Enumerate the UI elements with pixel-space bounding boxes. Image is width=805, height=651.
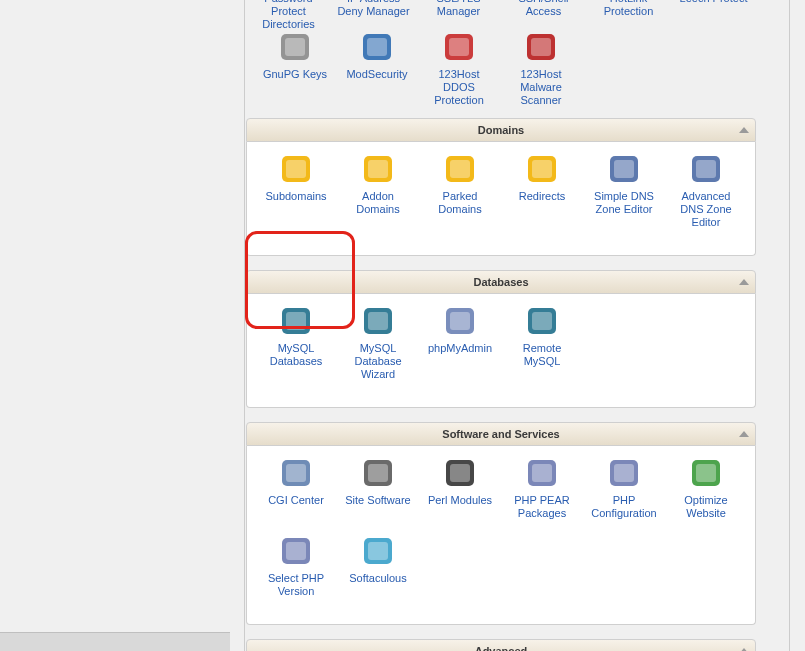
item-softaculous[interactable]: Softaculous [337,534,419,598]
mysql-icon [276,304,316,338]
item-label: PHPConfiguration [591,494,656,520]
php-icon [276,534,316,568]
item-label: 123HostMalwareScanner [520,68,562,107]
item-advanced-dns-zone-editor[interactable]: AdvancedDNS ZoneEditor [665,152,747,229]
section-title: Advanced [475,645,528,651]
item-label: GnuPG Keys [263,68,327,81]
section-domains: DomainsSubdomainsAddonDomainsParkedDomai… [246,118,756,256]
section-header-databases[interactable]: Databases [246,270,756,294]
simple-dns-icon [604,152,644,186]
item-label: RemoteMySQL [523,342,562,368]
svg-rect-9 [286,160,306,178]
svg-rect-5 [449,38,469,56]
phpmyadmin-icon [440,304,480,338]
item-ssh-shell-access[interactable]: SSH/ShellAccess [501,0,586,31]
item-site-software[interactable]: Site Software [337,456,419,520]
item-label: SSH/ShellAccess [501,0,586,18]
mysql-wizard-icon [358,304,398,338]
item-label: phpMyAdmin [428,342,492,355]
section-body-software: CGI CenterSite SoftwarePerl ModulesPHP P… [246,446,756,625]
section-title: Databases [473,276,528,288]
item-addon-domains[interactable]: AddonDomains [337,152,419,229]
perl-icon [440,456,480,490]
softaculous-icon [358,534,398,568]
item-subdomains[interactable]: Subdomains [255,152,337,229]
item-php-configuration[interactable]: PHPConfiguration [583,456,665,520]
item-phpmyadmin[interactable]: phpMyAdmin [419,304,501,381]
svg-rect-35 [532,464,552,482]
item-label: IP AddressDeny Manager [331,0,416,18]
item-label: MySQLDatabases [270,342,323,368]
item-cgi-center[interactable]: CGI Center [255,456,337,520]
svg-rect-43 [368,542,388,560]
item-leech-protect[interactable]: Leech Protect [671,0,756,31]
item-label: PasswordProtectDirectories [246,0,331,31]
section-body-domains: SubdomainsAddonDomainsParkedDomainsRedir… [246,142,756,256]
item-parked-domains[interactable]: ParkedDomains [419,152,501,229]
item-label: ParkedDomains [438,190,481,216]
svg-rect-17 [614,160,634,178]
svg-rect-23 [368,312,388,330]
remote-mysql-icon [522,304,562,338]
section-header-domains[interactable]: Domains [246,118,756,142]
svg-rect-15 [532,160,552,178]
php-config-icon [604,456,644,490]
item-simple-dns-zone-editor[interactable]: Simple DNSZone Editor [583,152,665,229]
item-mysql-database-wizard[interactable]: MySQLDatabaseWizard [337,304,419,381]
svg-rect-11 [368,160,388,178]
item-label: 123HostDDOSProtection [434,68,484,107]
section-software: Software and ServicesCGI CenterSite Soft… [246,422,756,625]
item-123host-ddos-protection[interactable]: 123HostDDOSProtection [418,30,500,107]
item-label: Simple DNSZone Editor [594,190,654,216]
optimize-icon [686,456,726,490]
security-row-extra: GnuPG KeysModSecurity123HostDDOSProtecti… [254,30,582,121]
item-label: Leech Protect [671,0,756,5]
item-123host-malware-scanner[interactable]: 123HostMalwareScanner [500,30,582,107]
item-remote-mysql[interactable]: RemoteMySQL [501,304,583,381]
subdomains-icon [276,152,316,186]
svg-rect-7 [531,38,551,56]
svg-rect-29 [286,464,306,482]
globe-shield-icon [357,30,397,64]
security-row-partial: PasswordProtectDirectoriesIP AddressDeny… [246,0,770,31]
parked-domains-icon [440,152,480,186]
section-body-databases: MySQLDatabasesMySQLDatabaseWizardphpMyAd… [246,294,756,408]
item-ssl-tls-manager[interactable]: SSL/TLSManager [416,0,501,31]
section-header-software[interactable]: Software and Services [246,422,756,446]
site-software-icon [358,456,398,490]
item-php-pear-packages[interactable]: PHP PEARPackages [501,456,583,520]
item-hotlink-protection[interactable]: HotLinkProtection [586,0,671,31]
cgi-icon [276,456,316,490]
item-ip-address-deny-manager[interactable]: IP AddressDeny Manager [331,0,416,31]
item-label: ModSecurity [346,68,407,81]
item-password-protect-directories[interactable]: PasswordProtectDirectories [246,0,331,31]
advanced-dns-icon [686,152,726,186]
collapse-icon[interactable] [739,431,749,437]
item-label: Site Software [345,494,410,507]
item-label: AdvancedDNS ZoneEditor [680,190,731,229]
item-modsecurity[interactable]: ModSecurity [336,30,418,107]
svg-rect-33 [450,464,470,482]
item-label: Subdomains [265,190,326,203]
item-redirects[interactable]: Redirects [501,152,583,229]
collapse-icon[interactable] [739,279,749,285]
svg-rect-41 [286,542,306,560]
section-header-advanced[interactable]: Advanced [246,639,756,651]
collapse-icon[interactable] [739,127,749,133]
item-optimize-website[interactable]: OptimizeWebsite [665,456,747,520]
svg-rect-27 [532,312,552,330]
item-perl-modules[interactable]: Perl Modules [419,456,501,520]
item-gnupg-keys[interactable]: GnuPG Keys [254,30,336,107]
item-label: OptimizeWebsite [684,494,727,520]
item-mysql-databases[interactable]: MySQLDatabases [255,304,337,381]
page-border-right [789,0,790,651]
item-select-php-version[interactable]: Select PHPVersion [255,534,337,598]
item-label: Perl Modules [428,494,492,507]
sections-container: DomainsSubdomainsAddonDomainsParkedDomai… [246,118,789,651]
item-label: HotLinkProtection [586,0,671,18]
svg-rect-3 [367,38,387,56]
item-label: Softaculous [349,572,406,585]
section-title: Software and Services [442,428,559,440]
item-label: PHP PEARPackages [514,494,569,520]
keys-icon [275,30,315,64]
